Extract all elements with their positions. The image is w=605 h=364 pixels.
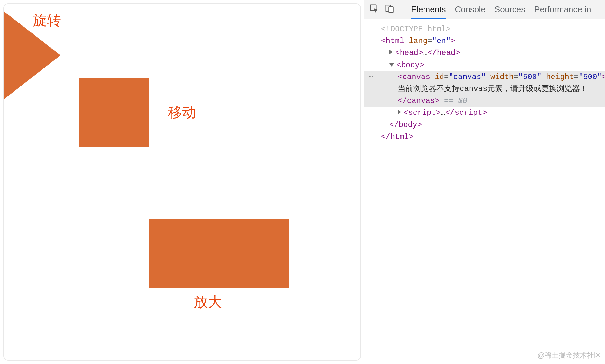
label-move: 移动 (168, 103, 196, 122)
expand-arrow-icon[interactable] (389, 50, 393, 54)
canvas-panel: 旋转 移动 放大 (0, 0, 364, 364)
tab-elements[interactable]: Elements (411, 0, 446, 19)
dom-head[interactable]: <head>…</head> (364, 47, 605, 59)
ellipsis: … (423, 49, 427, 57)
dom-canvas-open[interactable]: ⋯ <canvas id="canvas" width="500" height… (364, 71, 605, 83)
ellipsis: … (441, 108, 445, 117)
attr-id-value: "canvas" (449, 73, 486, 81)
doctype-text: <!DOCTYPE html> (381, 25, 451, 33)
svg-rect-2 (389, 7, 393, 13)
elements-tree[interactable]: <!DOCTYPE html> <html lang="en"> <head>…… (364, 19, 605, 143)
toolbar-divider (401, 4, 401, 15)
dom-doctype[interactable]: <!DOCTYPE html> (364, 23, 605, 35)
dom-script[interactable]: <script>…</script> (364, 107, 605, 119)
canvas-element[interactable]: 旋转 移动 放大 (3, 3, 361, 361)
dom-canvas-fallback[interactable]: 当前浏览器不支持canvas元素，请升级或更换浏览器！ (364, 83, 605, 95)
inspect-element-icon (369, 4, 379, 15)
dom-html-open[interactable]: <html lang="en"> (364, 35, 605, 47)
attr-width-value: "500" (518, 73, 542, 81)
devtools-toolbar: Elements Console Sources Performance in (364, 0, 605, 19)
inspect-element-button[interactable] (367, 3, 381, 17)
canvas-fallback-text: 当前浏览器不支持canvas元素，请升级或更换浏览器！ (398, 85, 588, 93)
tab-sources[interactable]: Sources (495, 0, 525, 19)
tab-console[interactable]: Console (455, 0, 485, 19)
dom-html-close[interactable]: </html> (364, 131, 605, 143)
devtools-panel: Elements Console Sources Performance in … (364, 0, 605, 364)
device-toolbar-icon (385, 4, 394, 15)
tab-performance[interactable]: Performance in (534, 0, 591, 19)
shape-scale (149, 219, 289, 288)
attr-height-value: "500" (579, 73, 602, 81)
selection-hint: == $0 (440, 96, 467, 105)
selected-marker-icon: ⋯ (369, 71, 374, 82)
device-toolbar-button[interactable] (382, 3, 396, 17)
expand-arrow-icon[interactable] (398, 110, 401, 114)
label-scale: 放大 (194, 293, 222, 312)
devtools-tabs: Elements Console Sources Performance in (406, 0, 591, 19)
dom-canvas-close[interactable]: </canvas> == $0 (364, 95, 605, 107)
collapse-arrow-icon[interactable] (389, 63, 394, 67)
label-rotate: 旋转 (33, 11, 61, 30)
dom-body-close[interactable]: </body> (364, 119, 605, 131)
dom-body-open[interactable]: <body> (364, 59, 605, 71)
watermark: @稀土掘金技术社区 (537, 350, 601, 360)
shape-move (79, 78, 149, 147)
